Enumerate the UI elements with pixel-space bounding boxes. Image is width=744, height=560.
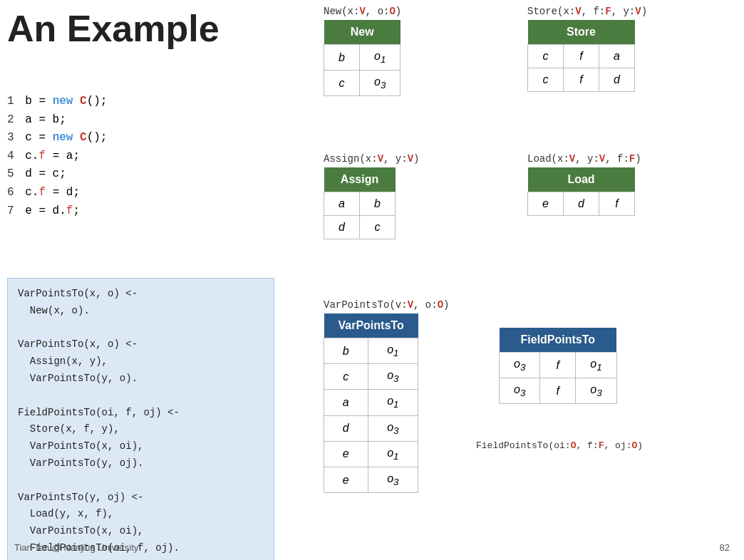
load-signature: Load(x:V, y:V, f:F) [527, 153, 641, 165]
fieldpointsto-formula: FieldPointsTo(oi:O, f:F, oj:O) [476, 440, 643, 451]
table-row: edf [528, 192, 635, 216]
table-row: bo1 [324, 45, 401, 71]
varpointsto-table: VarPointsTo bo1 co3 ao1 do3 eo1 eo3 [324, 313, 418, 493]
code-block: 1 b = new C(); 2 a = b; 3 c = new C(); 4… [7, 93, 107, 220]
table-row: o3fo1 [500, 353, 617, 378]
footer-page: 82 [720, 542, 730, 553]
table-row: eo3 [324, 467, 418, 492]
table-row: cfa [528, 45, 635, 68]
load-table: Load edf [527, 167, 635, 216]
table-row: ao1 [324, 390, 418, 415]
footer-credit: Tian Tan @ Nanjing University [14, 542, 138, 553]
assign-table: Assign ab dc [324, 167, 396, 239]
store-signature: Store(x:V, f:F, y:V) [527, 6, 647, 17]
varpointsto-section: VarPointsTo(v:V, o:O) VarPointsTo bo1 co… [324, 299, 449, 493]
table-row: dc [324, 216, 396, 239]
table-row: co3 [324, 71, 401, 96]
store-table: Store cfa cfd [527, 20, 635, 92]
fieldpointsto-table-container: FieldPointsTo o3fo1 o3fo3 [499, 328, 617, 404]
footer: Tian Tan @ Nanjing University 82 [0, 542, 744, 553]
page-title: An Example [7, 7, 219, 50]
load-table-container: Load(x:V, y:V, f:F) Load edf [527, 153, 641, 216]
table-row: bo1 [324, 338, 418, 364]
assign-signature: Assign(x:V, y:V) [324, 153, 419, 165]
table-row: ab [324, 192, 396, 216]
table-row: co3 [324, 364, 418, 390]
varpointsto-signature: VarPointsTo(v:V, o:O) [324, 299, 449, 311]
table-row: do3 [324, 415, 418, 441]
table-row: eo1 [324, 441, 418, 467]
new-table-container: New(x:V, o:O) New bo1 co3 [324, 6, 401, 96]
table-row: o3fo3 [500, 378, 617, 404]
rules-box: VarPointsTo(x, o) <- New(x, o). VarPoint… [7, 278, 274, 560]
fieldpointsto-table: FieldPointsTo o3fo1 o3fo3 [499, 328, 617, 404]
new-signature: New(x:V, o:O) [324, 6, 401, 17]
new-table: New bo1 co3 [324, 20, 401, 96]
assign-table-container: Assign(x:V, y:V) Assign ab dc [324, 153, 419, 239]
table-row: cfd [528, 68, 635, 92]
store-table-container: Store(x:V, f:F, y:V) Store cfa cfd [527, 6, 647, 92]
